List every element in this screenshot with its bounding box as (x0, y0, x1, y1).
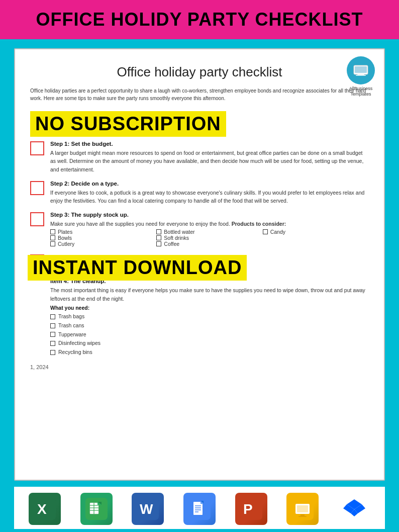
need-item: Trash bags (50, 312, 369, 321)
step-2-checkbox[interactable] (30, 181, 44, 195)
step-2-content: Step 2: Decide on a type. If everyone li… (50, 181, 369, 205)
step-4-content: INSTANT DOWNLOAD Item 4: The cleanup. Th… (50, 254, 369, 357)
step-2-row: Step 2: Decide on a type. If everyone li… (30, 181, 369, 205)
docs-logo (183, 493, 216, 525)
footer-icons-row: X W (14, 487, 385, 529)
supply-label: Cutlery (58, 241, 74, 247)
supply-item: Plates (50, 229, 156, 235)
supply-label: Bowls (58, 235, 72, 241)
logo-text: AllBusiness Templates (347, 86, 375, 97)
need-checkbox (50, 341, 55, 346)
step-3-content: Step 3: The supply stock up. Make sure y… (50, 212, 369, 247)
svg-rect-3 (356, 75, 366, 76)
step-4-body: The most important thing is easy if ever… (50, 286, 369, 303)
svg-rect-29 (297, 505, 308, 512)
supply-checkbox (50, 229, 55, 234)
supply-col-3: Candy (263, 229, 369, 247)
need-item: Recycling bins (50, 348, 369, 357)
step-3-row: Step 3: The supply stock up. Make sure y… (30, 212, 369, 247)
step-1-row: Step 1: Set the budget. A larger budget … (30, 141, 369, 173)
svg-text:W: W (140, 501, 153, 517)
slides-logo (286, 493, 319, 525)
supply-checkbox (263, 229, 268, 234)
step-1-checkbox[interactable] (30, 141, 44, 155)
need-label: Disinfecting wipes (58, 339, 101, 348)
what-you-need-label: What you need: (50, 305, 369, 311)
step-3-supply-section: Make sure you have all the supplies you … (50, 221, 369, 247)
excel-svg: X (34, 498, 56, 520)
watermark-no-subscription: NO SUBSCRIPTION (30, 111, 226, 137)
supply-col-2: Bottled water Soft drinks Coffee (156, 229, 262, 247)
supply-checkbox (156, 229, 161, 234)
need-checkbox (50, 332, 55, 337)
need-checkbox (50, 323, 55, 328)
step-1-body: A larger budget might mean more resource… (50, 149, 369, 173)
svg-rect-30 (301, 514, 305, 516)
need-item: Trash cans (50, 321, 369, 330)
step-3-title: Step 3: The supply stock up. (50, 212, 369, 218)
step-4-row: INSTANT DOWNLOAD Item 4: The cleanup. Th… (30, 254, 369, 357)
google-sheets-icon[interactable] (79, 492, 114, 526)
supply-checkbox (156, 241, 161, 246)
slides-svg (291, 498, 314, 520)
page-title: OFFICE HOLIDY PARTY CHECKLIST (10, 9, 389, 30)
step-1-content: Step 1: Set the budget. A larger budget … (50, 141, 369, 173)
step-3-body: Make sure you have all the supplies you … (50, 221, 369, 227)
need-checkbox (50, 350, 55, 355)
supply-col-1: Plates Bowls Cutlery (50, 229, 156, 247)
google-docs-icon[interactable] (182, 492, 217, 526)
document-card: AllBusiness Templates Office holiday par… (14, 48, 385, 481)
ppt-svg: P (240, 498, 262, 520)
products-label: Products to consider: (232, 221, 286, 227)
supply-item: Coffee (156, 241, 262, 247)
word-icon[interactable]: W (131, 492, 165, 526)
docs-svg (188, 498, 211, 520)
supply-checkbox (50, 241, 55, 246)
supply-label: Soft drinks (164, 235, 189, 241)
step-2-title: Step 2: Decide on a type. (50, 181, 369, 187)
dropbox-icon[interactable] (337, 492, 371, 526)
sheets-logo (80, 493, 113, 525)
date-line: 1, 2024 (30, 364, 369, 370)
supply-item: Soft drinks (156, 235, 262, 241)
header-banner: OFFICE HOLIDY PARTY CHECKLIST (0, 0, 399, 39)
svg-text:X: X (37, 501, 47, 517)
supply-item: Bottled water (156, 229, 262, 235)
word-svg: W (137, 498, 159, 520)
supply-item-candy: Candy (263, 229, 369, 235)
watermark-instant-download: INSTANT DOWNLOAD (28, 255, 247, 281)
powerpoint-icon[interactable]: P (234, 492, 268, 526)
svg-rect-1 (355, 66, 367, 73)
supply-checkbox (50, 235, 55, 240)
need-label: Trash cans (58, 321, 84, 330)
supply-columns: Plates Bowls Cutlery (50, 229, 369, 247)
supply-label: Coffee (164, 241, 179, 247)
document-title: Office holiday party checklist (30, 64, 369, 80)
supply-label: Bottled water (164, 229, 194, 235)
word-logo: W (132, 493, 164, 525)
need-item: Tupperware (50, 330, 369, 339)
need-label: Tupperware (58, 330, 86, 339)
logo-circle (347, 56, 375, 84)
step-1-title: Step 1: Set the budget. (50, 141, 369, 147)
need-label: Trash bags (58, 312, 84, 321)
need-label: Recycling bins (58, 348, 92, 357)
supply-item: Bowls (50, 235, 156, 241)
ppt-logo: P (235, 493, 267, 525)
supply-checkbox (156, 235, 161, 240)
supply-label: Plates (58, 229, 72, 235)
svg-text:P: P (243, 501, 253, 517)
step-3-checkbox[interactable] (30, 212, 44, 226)
excel-logo: X (29, 493, 61, 525)
step-2-body: If everyone likes to cook, a potluck is … (50, 189, 369, 205)
google-slides-icon[interactable] (285, 492, 320, 526)
dropbox-logo (338, 493, 370, 525)
sheets-svg (85, 498, 108, 520)
need-list: Trash bags Trash cans Tupperware Disinfe… (50, 312, 369, 357)
need-item: Disinfecting wipes (50, 339, 369, 348)
dropbox-svg (340, 494, 369, 523)
supply-label-candy: Candy (270, 229, 285, 235)
excel-icon[interactable]: X (28, 492, 62, 526)
svg-rect-31 (298, 516, 307, 517)
need-checkbox (50, 314, 55, 319)
